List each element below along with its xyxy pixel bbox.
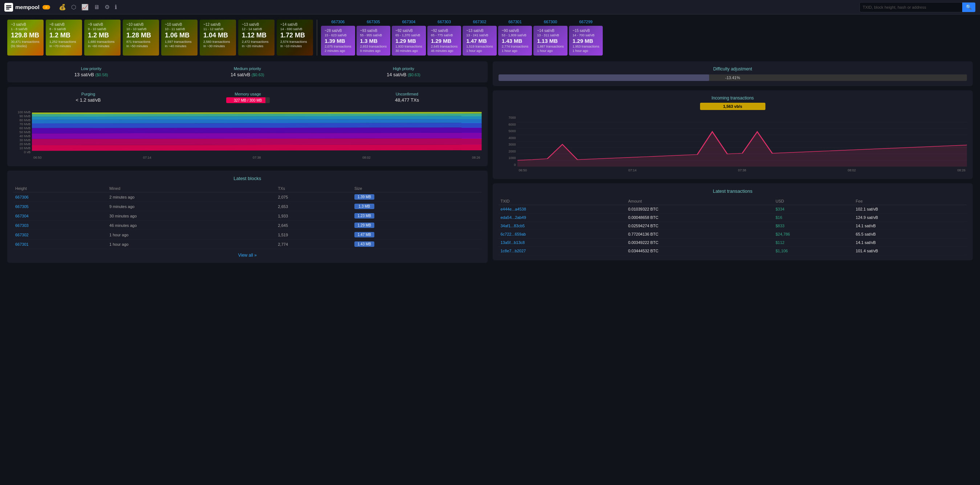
nav-info-icon[interactable]: ℹ <box>115 4 117 11</box>
stat-memory-label: Memory usage <box>226 92 270 96</box>
block-height-link[interactable]: 667304 <box>13 211 107 221</box>
nav-network-icon[interactable]: ⚙ <box>105 4 110 11</box>
mempool-block-2[interactable]: ~9 sat/vB 9 - 10 sat/vB 1.2 MB 1,680 tra… <box>84 20 121 56</box>
tx-fee: 101.4 sat/vB <box>854 247 967 255</box>
confirmed-block-height-4[interactable]: 667302 <box>473 20 487 24</box>
tx-id-link[interactable]: 13a5f...b13c8 <box>498 239 626 247</box>
tx-amount: 0.00349222 BTC <box>626 239 773 247</box>
block-txs: 2,560 transactions <box>203 40 232 44</box>
fee-medium-label: Medium priority <box>231 67 264 71</box>
nav-nodes-icon[interactable]: ⬡ <box>71 4 76 11</box>
block-time: In ~70 minutes <box>49 44 78 48</box>
conf-txs: 2,774 transactions <box>502 45 529 48</box>
block-size: 1.28 MB <box>126 32 155 39</box>
tx-fee: 14.1 sat/vB <box>854 222 967 230</box>
y-label: 40 MvB <box>13 134 30 138</box>
conf-fee: ~14 sat/vB <box>537 29 564 33</box>
confirmed-block-6[interactable]: ~14 sat/vB 13 - 311 sat/vB 1.13 MB 1,887… <box>533 26 568 56</box>
block-height-link[interactable]: 667305 <box>13 202 107 211</box>
conf-fee-sub: 53 - 1,809 sat/vB <box>502 33 529 37</box>
block-fee: ~13 sat/vB <box>242 22 271 27</box>
confirmed-block-height-6[interactable]: 667300 <box>544 20 557 24</box>
block-size: 1.39 MB <box>352 192 482 202</box>
mempool-block-4[interactable]: ~10 sat/vB 10 - 11 sat/vB 1.06 MB 1,597 … <box>161 20 197 56</box>
svg-marker-20 <box>517 132 967 167</box>
block-mined: 1 hour ago <box>107 240 275 249</box>
block-mined: 1 hour ago <box>107 230 275 240</box>
confirmed-block-height-3[interactable]: 667303 <box>438 20 451 24</box>
conf-fee: ~92 sat/vB <box>431 29 458 33</box>
conf-time: 9 minutes ago <box>360 49 387 52</box>
nav-chart-icon[interactable]: 📈 <box>81 4 89 11</box>
block-txs: 1,252 transactions <box>49 40 78 44</box>
mempool-block-5[interactable]: ~12 sat/vB 11 - 12 sat/vB 1.04 MB 2,560 … <box>200 20 236 56</box>
right-panel: Difficulty adjustment -13.41% Incoming t… <box>493 61 973 263</box>
tx-id-link[interactable]: 1c8e7...b2027 <box>498 247 626 255</box>
mempool-block-7[interactable]: ~14 sat/vB 14 - 690 sat/vB 1.72 MB 2,574… <box>277 20 313 56</box>
table-row: 667306 2 minutes ago 2,075 1.39 MB <box>13 192 482 202</box>
confirmed-block-3[interactable]: ~92 sat/vB 65 - 775 sat/vB 1.29 MB 2,645… <box>427 26 461 56</box>
y-label: 0 vB <box>13 150 30 154</box>
y-label: 6000 <box>498 123 516 126</box>
confirmed-block-7[interactable]: ~15 sat/vB 14 - 700 sat/vB 1.29 MB 1,953… <box>569 26 603 56</box>
block-height-link[interactable]: 667306 <box>13 192 107 202</box>
confirmed-block-height-7[interactable]: 667299 <box>579 20 593 24</box>
tx-amount: 0.77204136 BTC <box>626 230 773 239</box>
block-mined: 30 minutes ago <box>107 211 275 221</box>
svg-marker-4 <box>32 138 482 145</box>
latest-blocks-title: Latest blocks <box>13 176 482 181</box>
block-height-link[interactable]: 667301 <box>13 240 107 249</box>
conf-fee: ~90 sat/vB <box>502 29 529 33</box>
conf-txs: 1,953 transactions <box>573 45 600 48</box>
mempool-block-6[interactable]: ~13 sat/vB 12 - 14 sat/vB 1.12 MB 2,472 … <box>238 20 275 56</box>
confirmed-block-height-0[interactable]: 667306 <box>331 20 345 24</box>
conf-time: 1 hour ago <box>537 49 564 52</box>
conf-size: 1.3 MB <box>360 38 387 44</box>
svg-rect-0 <box>6 5 11 6</box>
svg-marker-9 <box>32 116 482 119</box>
conf-txs: 2,645 transactions <box>431 45 458 48</box>
confirmed-block-height-5[interactable]: 667301 <box>508 20 522 24</box>
table-row: 667301 1 hour ago 2,774 1.43 MB <box>13 240 482 249</box>
brand-icon <box>4 3 13 12</box>
conf-txs: 2,653 transactions <box>360 45 387 48</box>
nav-tv-icon[interactable]: 🖥 <box>94 4 100 11</box>
svg-marker-6 <box>32 127 482 133</box>
brand: mempool ⚡ <box>4 3 50 12</box>
block-size: 1.47 MB <box>352 230 482 240</box>
mempool-block-3[interactable]: ~10 sat/vB 10 - 10 sat/vB 1.28 MB 871 tr… <box>123 20 159 56</box>
chart-body <box>32 110 482 154</box>
block-height-link[interactable]: 667302 <box>13 230 107 240</box>
confirmed-block-4[interactable]: ~13 sat/vB 13 - 241 sat/vB 1.47 MB 1,519… <box>463 26 497 56</box>
confirmed-block-height-1[interactable]: 667305 <box>367 20 380 24</box>
view-all-blocks-link[interactable]: View all » <box>238 253 257 258</box>
confirmed-block-2[interactable]: ~92 sat/vB 65 - 1,370 sat/vB 1.29 MB 1,9… <box>392 26 426 56</box>
conf-fee-sub: 15 - 623 sat/vB <box>325 33 352 37</box>
confirmed-block-1[interactable]: ~93 sat/vB 55 - 955 sat/vB 1.3 MB 2,653 … <box>356 26 391 56</box>
mempool-block-1[interactable]: ~8 sat/vB 8 - 9 sat/vB 1.2 MB 1,252 tran… <box>46 20 82 56</box>
col-amount: Amount <box>626 197 773 205</box>
search-input[interactable] <box>860 3 962 12</box>
confirmed-block-height-2[interactable]: 667304 <box>402 20 416 24</box>
confirmed-block-5[interactable]: ~90 sat/vB 53 - 1,809 sat/vB 1.43 MB 2,7… <box>498 26 532 56</box>
latest-blocks-card: Latest blocks Height Mined TXs Size 6673… <box>7 171 488 263</box>
block-fee: ~3 sat/vB <box>11 22 40 27</box>
conf-time: 1 hour ago <box>502 49 529 52</box>
block-height-link[interactable]: 667303 <box>13 221 107 230</box>
tx-id-link[interactable]: 6c722...659ab <box>498 230 626 239</box>
tx-id-link[interactable]: eda54...2ab49 <box>498 213 626 222</box>
x-label: 08:02 <box>363 156 371 159</box>
confirmed-block-0[interactable]: ~28 sat/vB 15 - 623 sat/vB 1.39 MB 2,075… <box>321 26 355 56</box>
tx-id-link[interactable]: e444e...a4538 <box>498 205 626 213</box>
search-button[interactable]: 🔍 <box>962 3 975 12</box>
blocks-area: ~3 sat/vB 1 - 8 sat/vB 129.8 MB 30,471 t… <box>0 14 980 59</box>
block-time: In ~50 minutes <box>126 44 155 48</box>
tx-id-link[interactable]: 34af1...83cb5 <box>498 222 626 230</box>
conf-time: 46 minutes ago <box>431 49 458 52</box>
nav-wallet-icon[interactable]: 💰 <box>59 4 66 11</box>
block-txs: 2,653 <box>276 202 352 211</box>
mempool-block-0[interactable]: ~3 sat/vB 1 - 8 sat/vB 129.8 MB 30,471 t… <box>7 20 44 56</box>
block-fee-sub: 8 - 9 sat/vB <box>49 27 78 31</box>
block-fee-sub: 12 - 14 sat/vB <box>242 27 271 31</box>
network-badge: ⚡ <box>43 5 50 10</box>
